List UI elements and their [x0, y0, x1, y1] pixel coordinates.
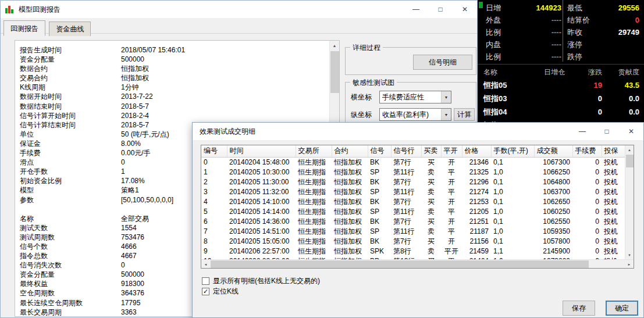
- trade-column-header[interactable]: 平开: [441, 145, 462, 157]
- scroll-up-icon[interactable]: ▲: [330, 41, 339, 51]
- trade-column-header[interactable]: 交易所: [296, 145, 332, 157]
- scrollbar-thumb[interactable]: [211, 260, 589, 268]
- quote-value: ----: [511, 16, 561, 24]
- trade-column-header[interactable]: 成交额: [534, 145, 572, 157]
- trade-cell: 卖: [421, 246, 441, 256]
- quote-value: ----: [511, 40, 561, 49]
- report-row-label: 资金分配量: [20, 55, 121, 64]
- report-row-value: 恒指加权: [121, 73, 328, 83]
- main-titlebar[interactable]: 模型回测报告 — □ ✕: [1, 1, 477, 18]
- trade-cell: 恒指加权: [332, 207, 368, 217]
- report-row-value: 2018/05/07 15:46:01: [121, 45, 328, 55]
- report-row-label: 指令总数: [20, 251, 121, 260]
- signal-detail-button[interactable]: 信号明细: [413, 55, 472, 70]
- trade-column-header[interactable]: 编号: [201, 145, 227, 157]
- trade-cell: 平: [441, 227, 462, 237]
- close-button[interactable]: ✕: [453, 1, 477, 18]
- ok-button[interactable]: 确定: [606, 301, 638, 316]
- trade-cell: 恒生期指: [296, 177, 332, 187]
- trade-row[interactable]: 520140205 14:14:00恒生期指恒指加权SP第11行卖平212051…: [201, 207, 625, 217]
- trade-cell: SP: [368, 167, 391, 177]
- calculate-button[interactable]: 计算: [454, 108, 475, 121]
- trade-cell: 1,0: [491, 167, 534, 177]
- trade-row[interactable]: 920140206 22:57:00恒生期指恒指加权SPK第8行卖平开21459…: [201, 246, 625, 256]
- maximize-button[interactable]: □: [428, 1, 453, 18]
- trade-cell: 卖: [421, 167, 441, 177]
- trade-table-vscrollbar[interactable]: ▲ ▼: [625, 145, 634, 259]
- trade-cell: BK: [368, 217, 391, 227]
- trade-cell: 第11行: [391, 167, 421, 177]
- quote-label: 比例: [486, 52, 511, 62]
- holdings-row[interactable]: 恒指0400.0: [478, 105, 644, 119]
- chevron-down-icon[interactable]: ▼: [441, 91, 451, 103]
- dialog-minimize-button[interactable]: —: [570, 123, 595, 140]
- trade-cell: 第7行: [391, 237, 421, 246]
- trade-column-header[interactable]: 买卖: [421, 145, 441, 157]
- trade-row[interactable]: 220140205 11:30:00恒生期指恒指加权BK第7行买开212960,…: [201, 177, 625, 187]
- trade-column-header[interactable]: 信号: [368, 145, 391, 157]
- trade-cell: 平开: [441, 246, 462, 256]
- trade-cell: BK: [368, 157, 391, 167]
- trade-cell: 20140205 11:32:00: [227, 187, 296, 197]
- y-axis-select[interactable]: 收益率(盈利率) ▼: [379, 108, 451, 121]
- chevron-down-icon[interactable]: ▼: [441, 109, 451, 120]
- scroll-right-icon[interactable]: ►: [625, 260, 634, 269]
- scrollbar-thumb[interactable]: [626, 155, 634, 167]
- trade-cell: 卖: [421, 207, 441, 217]
- trade-cell: 恒指加权: [332, 167, 368, 177]
- tab-equity-curve[interactable]: 资金曲线: [49, 22, 91, 36]
- trade-column-header[interactable]: 合约: [332, 145, 368, 157]
- dialog-close-button[interactable]: ✕: [619, 123, 643, 140]
- x-axis-select[interactable]: 手续费适应性 ▼: [379, 91, 451, 103]
- trade-column-header[interactable]: 价格: [462, 145, 491, 157]
- trade-cell: 1060250: [534, 207, 572, 217]
- trade-column-header[interactable]: 信号行: [391, 145, 421, 157]
- holdings-column-header: 名称: [483, 67, 517, 77]
- y-axis-label: 纵坐标: [351, 108, 372, 121]
- scrollbar-thumb[interactable]: [330, 51, 339, 93]
- minimize-button[interactable]: —: [404, 1, 428, 18]
- dialog-maximize-button[interactable]: □: [595, 123, 619, 140]
- trade-cell: 投机: [602, 187, 625, 197]
- scroll-up-icon[interactable]: ▲: [625, 145, 634, 154]
- detail-process-group: 详细过程 信号明细: [345, 47, 476, 75]
- trade-table-hscrollbar[interactable]: ◄ ►: [201, 259, 634, 268]
- trade-row[interactable]: 420140205 14:10:00恒生期指恒指加权BK第7行买开212530,…: [201, 197, 625, 207]
- locate-kline-checkbox[interactable]: ✓: [202, 288, 209, 295]
- trade-column-header[interactable]: 投保: [602, 145, 625, 157]
- save-button[interactable]: 保存: [563, 301, 595, 316]
- report-row-label: 参数: [20, 195, 121, 205]
- trade-row[interactable]: 820140205 15:05:00恒生期指恒指加权BK第7行买开211560,…: [201, 237, 625, 246]
- trade-row[interactable]: 720140205 14:51:00恒生期指恒指加权SP第11行卖平211871…: [201, 227, 625, 237]
- app-icon: [5, 5, 15, 13]
- trade-cell: 6: [201, 217, 227, 227]
- holdings-row[interactable]: 恒指051943.5: [478, 78, 644, 92]
- trade-cell: 20140205 14:10:00: [227, 197, 296, 207]
- show-all-checkbox-row[interactable]: 显示所有明细(包括K线上无交易的): [202, 276, 320, 286]
- trade-row[interactable]: 120140205 10:30:00恒生期指恒指加权SP第11行卖平213251…: [201, 167, 625, 177]
- report-row-label: 保证金: [20, 139, 121, 148]
- tabbar: 回测报告 资金曲线: [1, 18, 477, 34]
- trade-cell: 第7行: [391, 217, 421, 227]
- dialog-titlebar[interactable]: 效果测试成交明细 — □ ✕: [193, 123, 643, 140]
- holdings-row[interactable]: 恒指0300.0: [478, 92, 644, 105]
- trade-cell: 1: [201, 167, 227, 177]
- scroll-down-icon[interactable]: ▼: [625, 251, 634, 259]
- trade-row[interactable]: 620140205 14:36:00恒生期指恒指加权BK第7行买开212510,…: [201, 217, 625, 227]
- trade-cell: 20140204 15:48:00: [227, 157, 296, 167]
- trade-cell: 1063700: [534, 187, 572, 197]
- trade-column-header[interactable]: 手续费: [572, 145, 602, 157]
- trade-column-header[interactable]: 时间: [227, 145, 296, 157]
- locate-kline-checkbox-row[interactable]: ✓ 定位K线: [202, 287, 239, 296]
- trade-cell: 第7行: [391, 197, 421, 207]
- quote-value: ----: [511, 28, 561, 37]
- trade-column-header[interactable]: 手数(平,开): [491, 145, 534, 157]
- scroll-left-icon[interactable]: ◄: [201, 260, 210, 269]
- trade-cell: 恒指加权: [332, 246, 368, 256]
- quote-label: 日增: [486, 3, 511, 13]
- trade-row[interactable]: 020140204 15:48:00恒生期指恒指加权BK第7行买开213460,…: [201, 157, 625, 167]
- report-row-value: 2013-7-22: [121, 92, 328, 101]
- tab-backtest-report[interactable]: 回测报告: [3, 20, 45, 36]
- trade-row[interactable]: 320140205 11:32:00恒生期指恒指加权SP第11行卖平212741…: [201, 187, 625, 197]
- show-all-checkbox[interactable]: [202, 277, 209, 285]
